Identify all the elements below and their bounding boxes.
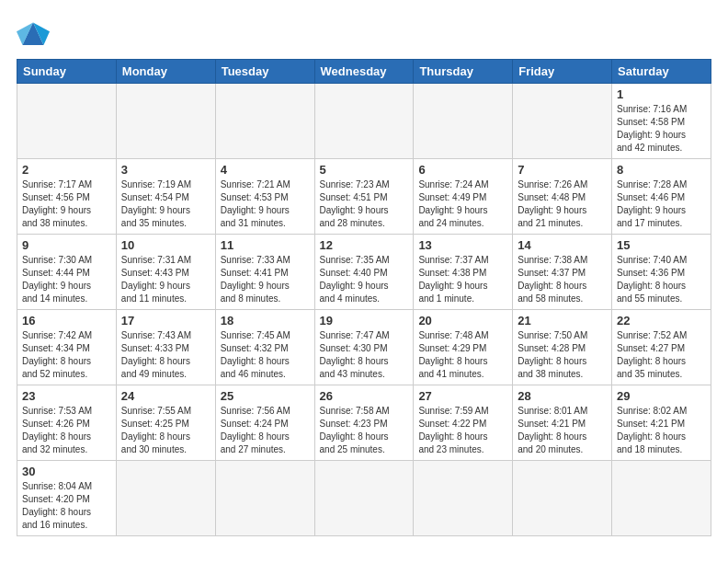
calendar-cell: 4Sunrise: 7:21 AM Sunset: 4:53 PM Daylig…	[215, 159, 314, 235]
calendar-cell: 23Sunrise: 7:53 AM Sunset: 4:26 PM Dayli…	[17, 385, 117, 461]
day-number: 16	[22, 314, 111, 327]
day-number: 3	[121, 163, 210, 177]
calendar-cell: 7Sunrise: 7:26 AM Sunset: 4:48 PM Daylig…	[513, 159, 612, 235]
day-info: Sunrise: 7:58 AM Sunset: 4:23 PM Dayligh…	[320, 405, 409, 456]
day-info: Sunrise: 7:52 AM Sunset: 4:27 PM Dayligh…	[617, 329, 706, 381]
week-row-5: 23Sunrise: 7:53 AM Sunset: 4:26 PM Dayli…	[17, 385, 711, 461]
calendar-cell: 17Sunrise: 7:43 AM Sunset: 4:33 PM Dayli…	[116, 310, 215, 385]
calendar-cell: 20Sunrise: 7:48 AM Sunset: 4:29 PM Dayli…	[414, 310, 513, 385]
day-number: 14	[518, 238, 607, 252]
calendar-cell: 19Sunrise: 7:47 AM Sunset: 4:30 PM Dayli…	[314, 310, 414, 385]
day-info: Sunrise: 7:26 AM Sunset: 4:48 PM Dayligh…	[518, 178, 607, 230]
day-number: 26	[320, 389, 409, 403]
weekday-header-row: SundayMondayTuesdayWednesdayThursdayFrid…	[17, 60, 711, 84]
calendar-cell: 21Sunrise: 7:50 AM Sunset: 4:28 PM Dayli…	[513, 310, 612, 385]
day-number: 13	[418, 238, 507, 252]
weekday-header-monday: Monday	[116, 60, 215, 84]
day-number: 30	[22, 465, 111, 478]
day-number: 2	[22, 163, 111, 177]
day-number: 25	[221, 389, 310, 403]
calendar-cell: 11Sunrise: 7:33 AM Sunset: 4:41 PM Dayli…	[215, 235, 314, 310]
calendar-cell	[116, 84, 215, 159]
calendar-cell: 14Sunrise: 7:38 AM Sunset: 4:37 PM Dayli…	[513, 235, 612, 310]
day-info: Sunrise: 7:19 AM Sunset: 4:54 PM Dayligh…	[121, 178, 210, 230]
day-number: 7	[518, 163, 607, 177]
day-info: Sunrise: 8:01 AM Sunset: 4:21 PM Dayligh…	[518, 405, 607, 456]
calendar-cell: 27Sunrise: 7:59 AM Sunset: 4:22 PM Dayli…	[414, 385, 513, 461]
day-info: Sunrise: 7:31 AM Sunset: 4:43 PM Dayligh…	[121, 254, 210, 305]
day-number: 1	[617, 87, 706, 101]
weekday-header-tuesday: Tuesday	[215, 60, 314, 84]
calendar-cell	[612, 461, 711, 536]
calendar-cell	[513, 84, 612, 159]
calendar-cell	[116, 461, 215, 536]
calendar-cell	[215, 84, 314, 159]
day-number: 15	[617, 238, 706, 252]
day-info: Sunrise: 7:16 AM Sunset: 4:58 PM Dayligh…	[617, 103, 706, 155]
day-info: Sunrise: 7:24 AM Sunset: 4:49 PM Dayligh…	[418, 178, 507, 230]
day-info: Sunrise: 7:28 AM Sunset: 4:46 PM Dayligh…	[617, 178, 706, 230]
header	[17, 17, 711, 50]
calendar: SundayMondayTuesdayWednesdayThursdayFrid…	[17, 59, 711, 536]
day-number: 8	[617, 163, 706, 177]
day-number: 9	[22, 238, 111, 252]
calendar-cell: 10Sunrise: 7:31 AM Sunset: 4:43 PM Dayli…	[116, 235, 215, 310]
day-number: 10	[121, 238, 210, 252]
day-number: 21	[518, 314, 607, 327]
calendar-cell: 5Sunrise: 7:23 AM Sunset: 4:51 PM Daylig…	[314, 159, 414, 235]
calendar-cell	[314, 461, 414, 536]
week-row-2: 2Sunrise: 7:17 AM Sunset: 4:56 PM Daylig…	[17, 159, 711, 235]
week-row-4: 16Sunrise: 7:42 AM Sunset: 4:34 PM Dayli…	[17, 310, 711, 385]
day-number: 23	[22, 389, 111, 403]
day-info: Sunrise: 7:21 AM Sunset: 4:53 PM Dayligh…	[221, 178, 310, 230]
day-info: Sunrise: 7:35 AM Sunset: 4:40 PM Dayligh…	[320, 254, 409, 305]
calendar-cell: 6Sunrise: 7:24 AM Sunset: 4:49 PM Daylig…	[414, 159, 513, 235]
calendar-cell: 22Sunrise: 7:52 AM Sunset: 4:27 PM Dayli…	[612, 310, 711, 385]
page: SundayMondayTuesdayWednesdayThursdayFrid…	[0, 0, 728, 563]
calendar-cell: 28Sunrise: 8:01 AM Sunset: 4:21 PM Dayli…	[513, 385, 612, 461]
day-info: Sunrise: 7:17 AM Sunset: 4:56 PM Dayligh…	[22, 178, 111, 230]
day-info: Sunrise: 7:33 AM Sunset: 4:41 PM Dayligh…	[221, 254, 310, 305]
calendar-cell: 30Sunrise: 8:04 AM Sunset: 4:20 PM Dayli…	[17, 461, 117, 536]
day-number: 6	[418, 163, 507, 177]
calendar-cell	[17, 84, 117, 159]
day-info: Sunrise: 8:04 AM Sunset: 4:20 PM Dayligh…	[22, 480, 111, 532]
day-info: Sunrise: 7:37 AM Sunset: 4:38 PM Dayligh…	[418, 254, 507, 305]
calendar-cell: 15Sunrise: 7:40 AM Sunset: 4:36 PM Dayli…	[612, 235, 711, 310]
day-number: 18	[221, 314, 310, 327]
calendar-cell	[414, 461, 513, 536]
day-info: Sunrise: 7:48 AM Sunset: 4:29 PM Dayligh…	[418, 329, 507, 381]
day-number: 27	[418, 389, 507, 403]
calendar-cell: 1Sunrise: 7:16 AM Sunset: 4:58 PM Daylig…	[612, 84, 711, 159]
weekday-header-wednesday: Wednesday	[314, 60, 414, 84]
day-info: Sunrise: 7:42 AM Sunset: 4:34 PM Dayligh…	[22, 329, 111, 381]
day-number: 24	[121, 389, 210, 403]
week-row-1: 1Sunrise: 7:16 AM Sunset: 4:58 PM Daylig…	[17, 84, 711, 159]
calendar-cell: 13Sunrise: 7:37 AM Sunset: 4:38 PM Dayli…	[414, 235, 513, 310]
weekday-header-thursday: Thursday	[414, 60, 513, 84]
day-number: 22	[617, 314, 706, 327]
day-info: Sunrise: 7:45 AM Sunset: 4:32 PM Dayligh…	[221, 329, 310, 381]
day-info: Sunrise: 7:40 AM Sunset: 4:36 PM Dayligh…	[617, 254, 706, 305]
calendar-cell: 25Sunrise: 7:56 AM Sunset: 4:24 PM Dayli…	[215, 385, 314, 461]
calendar-cell	[314, 84, 414, 159]
weekday-header-saturday: Saturday	[612, 60, 711, 84]
day-info: Sunrise: 7:55 AM Sunset: 4:25 PM Dayligh…	[121, 405, 210, 456]
day-info: Sunrise: 7:30 AM Sunset: 4:44 PM Dayligh…	[22, 254, 111, 305]
calendar-cell: 8Sunrise: 7:28 AM Sunset: 4:46 PM Daylig…	[612, 159, 711, 235]
day-info: Sunrise: 7:47 AM Sunset: 4:30 PM Dayligh…	[320, 329, 409, 381]
calendar-cell: 12Sunrise: 7:35 AM Sunset: 4:40 PM Dayli…	[314, 235, 414, 310]
day-number: 4	[221, 163, 310, 177]
day-info: Sunrise: 7:23 AM Sunset: 4:51 PM Dayligh…	[320, 178, 409, 230]
calendar-cell: 16Sunrise: 7:42 AM Sunset: 4:34 PM Dayli…	[17, 310, 117, 385]
day-info: Sunrise: 7:59 AM Sunset: 4:22 PM Dayligh…	[418, 405, 507, 456]
calendar-cell: 9Sunrise: 7:30 AM Sunset: 4:44 PM Daylig…	[17, 235, 117, 310]
day-number: 20	[418, 314, 507, 327]
day-number: 5	[320, 163, 409, 177]
weekday-header-sunday: Sunday	[17, 60, 117, 84]
day-number: 12	[320, 238, 409, 252]
day-info: Sunrise: 7:50 AM Sunset: 4:28 PM Dayligh…	[518, 329, 607, 381]
week-row-3: 9Sunrise: 7:30 AM Sunset: 4:44 PM Daylig…	[17, 235, 711, 310]
calendar-cell	[215, 461, 314, 536]
day-info: Sunrise: 7:56 AM Sunset: 4:24 PM Dayligh…	[221, 405, 310, 456]
